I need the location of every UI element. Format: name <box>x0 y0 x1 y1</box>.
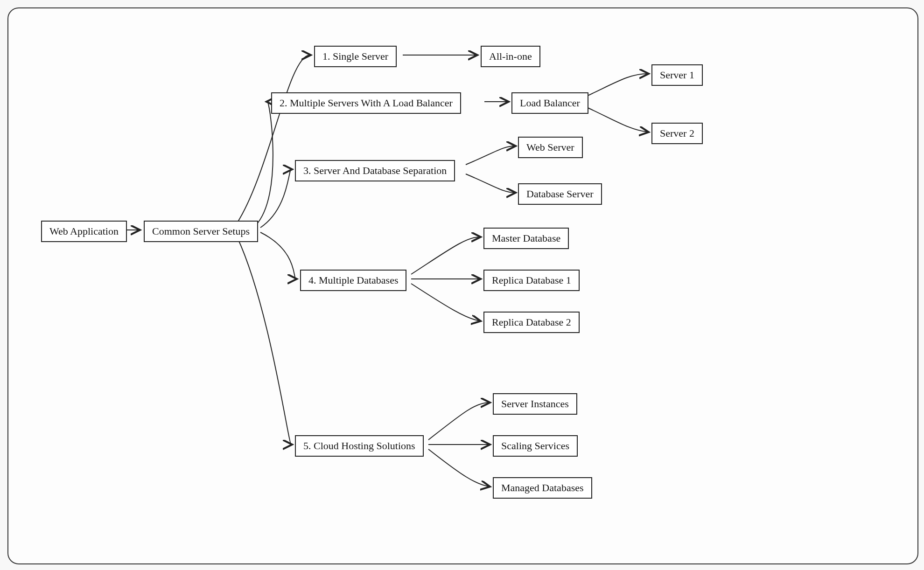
node-web-server: Web Server <box>518 137 583 158</box>
node-replica-database-2: Replica Database 2 <box>483 312 580 333</box>
node-web-application: Web Application <box>41 221 127 242</box>
node-database-server: Database Server <box>518 183 602 205</box>
node-scaling-services: Scaling Services <box>493 435 578 457</box>
node-cloud-hosting: 5. Cloud Hosting Solutions <box>295 435 424 457</box>
node-common-server-setups: Common Server Setups <box>144 221 258 242</box>
node-all-in-one: All-in-one <box>481 46 540 67</box>
connector-layer <box>8 8 917 563</box>
node-load-balancer: Load Balancer <box>511 92 588 114</box>
node-server-1: Server 1 <box>651 64 703 86</box>
node-server-instances: Server Instances <box>493 393 577 415</box>
node-multiple-servers-lb: 2. Multiple Servers With A Load Balancer <box>271 92 461 114</box>
node-server-db-separation: 3. Server And Database Separation <box>295 160 455 181</box>
node-single-server: 1. Single Server <box>314 46 397 67</box>
node-server-2: Server 2 <box>651 123 703 144</box>
node-master-database: Master Database <box>483 228 569 249</box>
diagram-frame: Web Application Common Server Setups 1. … <box>7 7 918 564</box>
node-managed-databases: Managed Databases <box>493 477 592 499</box>
node-multiple-databases: 4. Multiple Databases <box>300 270 406 291</box>
node-replica-database-1: Replica Database 1 <box>483 270 580 291</box>
